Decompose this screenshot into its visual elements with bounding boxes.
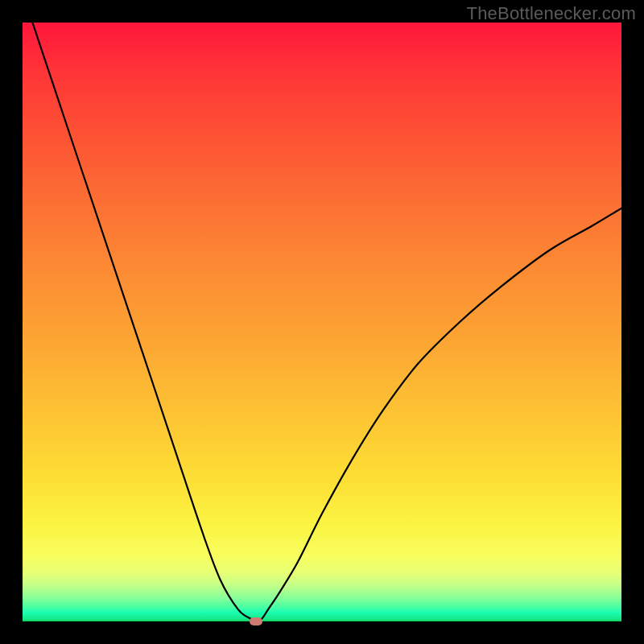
chart-frame: TheBottlenecker.com [0, 0, 644, 644]
bottleneck-curve [23, 23, 621, 621]
plot-area [23, 23, 621, 621]
watermark-text: TheBottlenecker.com [467, 3, 636, 24]
optimum-marker [250, 617, 262, 625]
